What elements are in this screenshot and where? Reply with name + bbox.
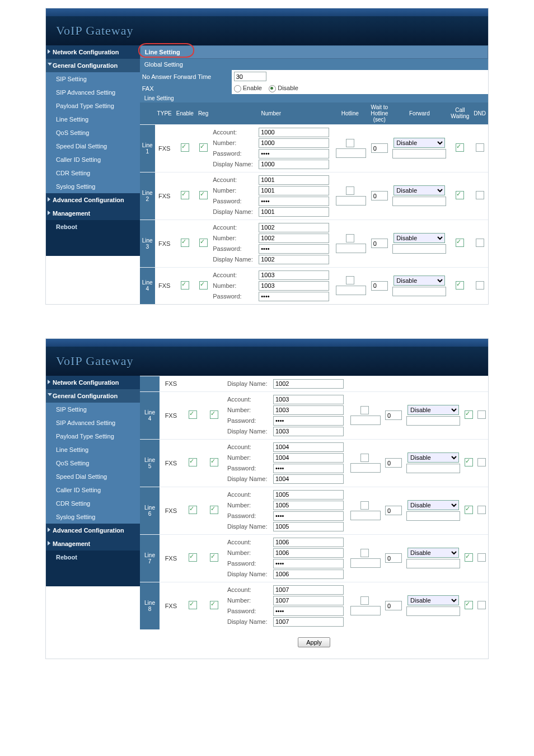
- nav-qos[interactable]: QoS Setting: [46, 456, 140, 470]
- enable-checkbox[interactable]: [189, 601, 197, 609]
- nav-cdr[interactable]: CDR Setting: [46, 166, 140, 180]
- nav-sip[interactable]: SIP Setting: [46, 403, 140, 416]
- forward-select[interactable]: Disable: [407, 452, 459, 463]
- nav-qos[interactable]: QoS Setting: [46, 126, 140, 139]
- hotline-checkbox[interactable]: [346, 234, 354, 242]
- dnd-checkbox[interactable]: [477, 410, 486, 419]
- nav-sip-adv[interactable]: SIP Advanced Setting: [46, 416, 140, 430]
- forward-input[interactable]: [392, 244, 446, 254]
- account-input[interactable]: [259, 128, 329, 137]
- reg-checkbox[interactable]: [210, 506, 218, 514]
- hotline-checkbox[interactable]: [360, 406, 369, 414]
- wait-input[interactable]: [385, 458, 402, 468]
- display-name-input[interactable]: [273, 379, 344, 389]
- enable-checkbox[interactable]: [189, 410, 197, 419]
- enable-checkbox[interactable]: [189, 458, 197, 466]
- forward-input[interactable]: [392, 197, 446, 206]
- number-input[interactable]: [273, 453, 344, 463]
- nav-line[interactable]: Line Setting: [46, 443, 140, 456]
- wait-input[interactable]: [385, 553, 402, 563]
- display-name-input[interactable]: [273, 427, 344, 436]
- nav-cid[interactable]: Caller ID Setting: [46, 483, 140, 497]
- dnd-checkbox[interactable]: [477, 458, 486, 466]
- call-waiting-checkbox[interactable]: [465, 601, 473, 609]
- hotline-input[interactable]: [350, 558, 381, 568]
- call-waiting-checkbox[interactable]: [456, 191, 464, 199]
- number-input[interactable]: [259, 186, 329, 195]
- nav-mgmt[interactable]: Management: [46, 537, 140, 550]
- forward-input[interactable]: [392, 149, 446, 158]
- nav-network[interactable]: Network Configuration: [46, 45, 140, 59]
- reg-checkbox[interactable]: [210, 553, 218, 562]
- forward-select[interactable]: Disable: [407, 595, 459, 605]
- nav-reboot[interactable]: Reboot: [46, 220, 140, 234]
- nav-sip-adv[interactable]: SIP Advanced Setting: [46, 86, 140, 99]
- apply-button[interactable]: Apply: [298, 637, 330, 647]
- forward-input[interactable]: [392, 287, 446, 296]
- account-input[interactable]: [273, 538, 344, 547]
- hotline-input[interactable]: [350, 511, 381, 520]
- nav-network[interactable]: Network Configuration: [46, 376, 140, 389]
- number-input[interactable]: [259, 234, 329, 243]
- number-input[interactable]: [259, 281, 329, 291]
- forward-input[interactable]: [406, 559, 460, 568]
- account-input[interactable]: [273, 585, 344, 595]
- nav-line[interactable]: Line Setting: [46, 113, 140, 126]
- enable-checkbox[interactable]: [189, 506, 197, 514]
- account-input[interactable]: [273, 442, 344, 452]
- reg-checkbox[interactable]: [210, 410, 218, 419]
- wait-input[interactable]: [385, 506, 402, 515]
- hotline-checkbox[interactable]: [360, 549, 369, 557]
- enable-checkbox[interactable]: [181, 143, 189, 152]
- dnd-checkbox[interactable]: [477, 506, 486, 514]
- dnd-checkbox[interactable]: [476, 239, 484, 247]
- account-input[interactable]: [259, 270, 329, 280]
- display-name-input[interactable]: [273, 570, 344, 579]
- display-name-input[interactable]: [273, 522, 344, 531]
- display-name-input[interactable]: [273, 617, 344, 627]
- number-input[interactable]: [273, 596, 344, 605]
- nav-cdr[interactable]: CDR Setting: [46, 497, 140, 510]
- number-input[interactable]: [259, 138, 329, 148]
- dnd-checkbox[interactable]: [476, 281, 484, 290]
- hotline-input[interactable]: [350, 463, 381, 473]
- number-input[interactable]: [273, 405, 344, 415]
- password-input[interactable]: [273, 559, 344, 568]
- nav-syslog[interactable]: Syslog Setting: [46, 510, 140, 524]
- call-waiting-checkbox[interactable]: [456, 239, 464, 247]
- password-input[interactable]: [273, 606, 344, 616]
- hotline-checkbox[interactable]: [346, 276, 354, 284]
- call-waiting-checkbox[interactable]: [465, 458, 473, 466]
- forward-input[interactable]: [406, 464, 460, 473]
- password-input[interactable]: [259, 197, 329, 206]
- enable-checkbox[interactable]: [181, 239, 189, 247]
- wait-input[interactable]: [371, 143, 388, 153]
- hotline-input[interactable]: [350, 416, 381, 425]
- forward-select[interactable]: Disable: [394, 138, 445, 148]
- hotline-input[interactable]: [336, 148, 366, 158]
- reg-checkbox[interactable]: [199, 239, 208, 247]
- account-input[interactable]: [273, 395, 344, 404]
- account-input[interactable]: [259, 223, 329, 232]
- dnd-checkbox[interactable]: [476, 191, 484, 199]
- reg-checkbox[interactable]: [199, 143, 208, 152]
- forward-input[interactable]: [406, 416, 460, 426]
- hotline-checkbox[interactable]: [346, 139, 354, 147]
- password-input[interactable]: [259, 292, 329, 301]
- nav-general[interactable]: General Configuration: [46, 389, 140, 403]
- forward-input[interactable]: [406, 511, 460, 521]
- call-waiting-checkbox[interactable]: [456, 281, 464, 290]
- display-name-input[interactable]: [259, 207, 329, 217]
- hotline-input[interactable]: [336, 286, 366, 295]
- wait-input[interactable]: [371, 281, 388, 291]
- nav-sip[interactable]: SIP Setting: [46, 72, 140, 86]
- hotline-input[interactable]: [350, 606, 381, 615]
- forward-select[interactable]: Disable: [407, 405, 459, 415]
- nav-speed[interactable]: Speed Dial Setting: [46, 470, 140, 483]
- enable-checkbox[interactable]: [181, 191, 189, 199]
- nav-advanced[interactable]: Advanced Configuration: [46, 193, 140, 207]
- forward-input[interactable]: [406, 606, 460, 616]
- forward-select[interactable]: Disable: [394, 276, 445, 286]
- call-waiting-checkbox[interactable]: [465, 410, 473, 419]
- dnd-checkbox[interactable]: [476, 143, 484, 152]
